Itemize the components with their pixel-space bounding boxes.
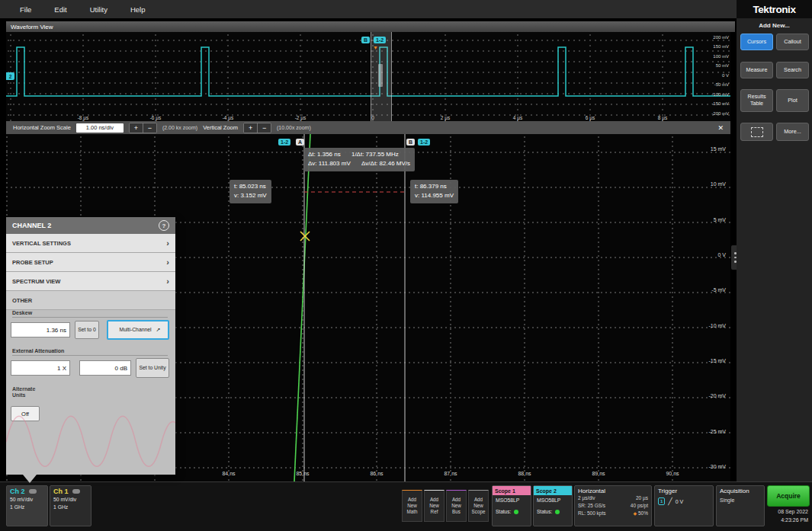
horizontal-zoom-scale-label: Horizontal Zoom Scale bbox=[13, 124, 71, 131]
dashed-box-icon bbox=[751, 127, 763, 137]
cursor-b-readout: t: 86.379 ns v: 114.955 mV bbox=[410, 180, 458, 203]
trigger-position-icon[interactable]: ▼ bbox=[373, 45, 378, 50]
horizontal-badge-title: Horizontal bbox=[578, 488, 648, 494]
add-new-scope-label: Add bbox=[474, 497, 483, 503]
cursor-a-pair-tag[interactable]: 1-2 bbox=[278, 139, 290, 146]
plot-volt-tick: 0 V bbox=[717, 252, 726, 258]
scope2-badge[interactable]: Scope 2 MSO58LP Status: bbox=[533, 485, 573, 526]
add-plot-button[interactable]: Plot bbox=[776, 89, 809, 112]
ch2-badge-label: Ch 2 bbox=[10, 488, 25, 496]
add-cursors-button[interactable]: Cursors bbox=[740, 34, 773, 50]
v-zoom-factor: (10.00x zoom) bbox=[277, 125, 311, 130]
close-zoom-icon[interactable]: ✕ bbox=[717, 124, 724, 132]
background-waveform-ghost bbox=[6, 398, 175, 475]
add-search-button[interactable]: Search bbox=[776, 62, 809, 78]
cursor-b-pair-tag[interactable]: 1-2 bbox=[418, 139, 430, 146]
plot-volt-tick: 5 mV bbox=[714, 217, 726, 222]
attenuation-db-input[interactable]: 0 dB bbox=[79, 360, 131, 376]
overview-time-tick: 0 bbox=[371, 115, 374, 120]
horizontal-position: 50% bbox=[638, 510, 648, 516]
menu-item-label: OTHER bbox=[12, 297, 32, 304]
menu-item-other[interactable]: OTHER bbox=[6, 291, 175, 310]
menu-file[interactable]: File bbox=[20, 5, 31, 14]
v-zoom-decrease-button[interactable]: − bbox=[257, 123, 271, 133]
h-zoom-decrease-button[interactable]: − bbox=[143, 123, 156, 133]
cursor-b-tag[interactable]: B bbox=[406, 139, 415, 146]
plot-time-tick: 90 ns bbox=[666, 471, 679, 476]
overview-time-tick: -2 µs bbox=[295, 115, 307, 120]
scope1-model: MSO58LP bbox=[496, 497, 528, 504]
deskew-input[interactable]: 1.36 ns bbox=[11, 322, 70, 337]
chevron-right-icon: › bbox=[166, 277, 169, 286]
plot-volt-tick: -20 mV bbox=[708, 393, 726, 398]
trigger-badge-title: Trigger bbox=[658, 488, 710, 494]
zoom-region-handle[interactable] bbox=[378, 64, 383, 87]
overview-volt-tick: 150 mV bbox=[713, 44, 729, 49]
waveform-overview: B 1-2 ▼ 2 -8 µs -6 µs -4 µs -2 µs 0 2 µs… bbox=[6, 32, 730, 121]
ch1-badge[interactable]: Ch 1 50 mV/div 1 GHz bbox=[50, 485, 91, 526]
chevron-right-icon: › bbox=[166, 258, 169, 267]
trigger-badge[interactable]: Trigger 1 ╱ 0 V bbox=[654, 485, 714, 526]
add-new-scope-button[interactable]: Add New Scope bbox=[468, 490, 489, 522]
ch2-badge[interactable]: Ch 2 50 mV/div 1 GHz bbox=[6, 485, 48, 526]
zoom-toolbar: Horizontal Zoom Scale 1.00 ns/div + − (2… bbox=[6, 121, 730, 134]
zoom-scale-input[interactable]: 1.00 ns/div bbox=[76, 123, 124, 133]
cursor-a-tag[interactable]: A bbox=[296, 139, 304, 146]
status-green-icon bbox=[514, 510, 518, 514]
add-new-bus-label: New bbox=[451, 503, 461, 509]
add-new-ref-button[interactable]: Add New Ref bbox=[424, 490, 445, 522]
v-zoom-increase-button[interactable]: + bbox=[244, 123, 257, 133]
multi-channel-button[interactable]: Multi-Channel ↗ bbox=[107, 320, 169, 340]
scope1-badge[interactable]: Scope 1 MSO58LP Status: bbox=[492, 485, 531, 526]
datetime-display: 08 Sep 2022 4:23:26 PM bbox=[752, 508, 808, 524]
ch2-bandwidth: 1 GHz bbox=[10, 504, 44, 511]
more-tools-button[interactable]: More... bbox=[776, 123, 809, 141]
sample-rate: SR: 25 GS/s bbox=[578, 502, 605, 510]
set-to-unity-button[interactable]: Set to Unity bbox=[136, 358, 169, 378]
attenuation-ratio-input[interactable]: 1 X bbox=[11, 360, 70, 376]
overview-time-tick: 2 µs bbox=[441, 115, 450, 120]
ch2-ground-marker[interactable]: 2 bbox=[6, 72, 14, 80]
date-value: 08 Sep 2022 bbox=[752, 508, 808, 517]
overview-cursor-b-tag[interactable]: B bbox=[361, 37, 370, 43]
status-green-icon bbox=[555, 510, 560, 514]
ch1-badge-label: Ch 1 bbox=[53, 488, 69, 496]
plot-volt-tick: -25 mV bbox=[708, 429, 726, 434]
external-attenuation-section-label: External Attenuation bbox=[12, 348, 168, 356]
menu-item-spectrum-view[interactable]: SPECTRUM VIEW › bbox=[6, 272, 175, 291]
chevron-right-icon: › bbox=[166, 238, 169, 248]
horizontal-badge[interactable]: Horizontal 2 µs/div 20 µs SR: 25 GS/s 40… bbox=[574, 485, 652, 526]
ch2-overview-trace bbox=[6, 47, 730, 96]
add-results-table-button[interactable]: Results Table bbox=[740, 89, 773, 112]
menu-item-label: VERTICAL SETTINGS bbox=[12, 240, 71, 247]
h-zoom-increase-button[interactable]: + bbox=[130, 123, 143, 133]
help-icon[interactable]: ? bbox=[159, 220, 169, 231]
overview-cursor-pair-tag[interactable]: 1-2 bbox=[374, 37, 386, 43]
menu-item-probe-setup[interactable]: PROBE SETUP › bbox=[6, 253, 175, 272]
time-value: 4:23:26 PM bbox=[752, 517, 808, 525]
channel-panel-header: CHANNEL 2 ? bbox=[6, 217, 175, 234]
menu-item-vertical-settings[interactable]: VERTICAL SETTINGS › bbox=[6, 234, 175, 253]
plot-time-tick: 89 ns bbox=[592, 471, 605, 476]
add-new-sidebar: Add New... Cursors Callout Measure Searc… bbox=[737, 18, 812, 481]
channel-option-pill bbox=[72, 489, 80, 494]
add-callout-button[interactable]: Callout bbox=[776, 34, 809, 50]
ch2-scale: 50 mV/div bbox=[10, 496, 44, 504]
add-new-math-button[interactable]: Add New Math bbox=[402, 490, 422, 522]
vertical-zoom-label: Vertical Zoom bbox=[203, 124, 238, 131]
add-measure-button[interactable]: Measure bbox=[740, 62, 773, 78]
menu-utility[interactable]: Utility bbox=[90, 5, 108, 14]
menu-help[interactable]: Help bbox=[130, 5, 146, 14]
plot-volt-tick: -15 mV bbox=[708, 358, 726, 363]
add-new-bus-button[interactable]: Add New Bus bbox=[446, 490, 467, 522]
acquire-button[interactable]: Acquire bbox=[767, 485, 810, 507]
tekscope-app: File Edit Utility Help Tektronix Wavefor… bbox=[0, 0, 812, 531]
menu-edit[interactable]: Edit bbox=[54, 5, 66, 14]
scope1-badge-header: Scope 1 bbox=[493, 486, 531, 495]
menu-item-label: SPECTRUM VIEW bbox=[12, 278, 60, 285]
ch2-zoom-trace bbox=[294, 134, 310, 481]
capture-tool-button[interactable] bbox=[740, 123, 773, 141]
set-to-zero-button[interactable]: Set to 0 bbox=[75, 321, 99, 339]
overview-time-tick: 6 µs bbox=[586, 115, 595, 120]
add-new-bus-label: Bus bbox=[452, 509, 461, 515]
